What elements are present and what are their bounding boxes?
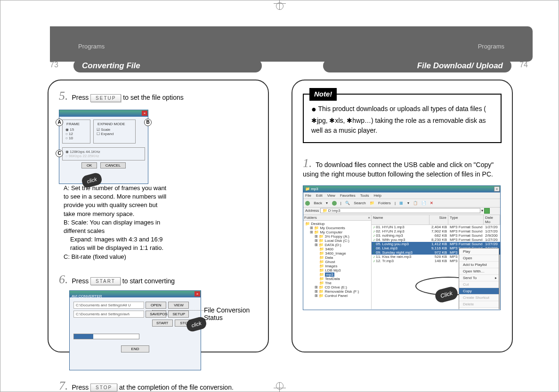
step-5-number: 5. <box>59 89 68 103</box>
left-panel: 5. Press SETUP to set the file options ×… <box>48 80 269 352</box>
step-5-line: 5. Press SETUP to set the file options <box>59 89 258 103</box>
programs-label-left: Programs <box>78 43 105 50</box>
conversion-status-label: File Conversion Status <box>204 306 268 321</box>
tree-node[interactable]: 📁 Images <box>305 264 369 268</box>
crop-circle-top <box>276 2 284 10</box>
step-1-line: 1. To download files connect the USB cab… <box>303 156 502 178</box>
page-number-right: 74 <box>519 61 528 69</box>
context-rename: Rename <box>459 308 499 309</box>
cancel-button[interactable]: CANCEL <box>100 162 126 168</box>
setup-button[interactable]: SETUP <box>168 311 189 318</box>
menu-favorites[interactable]: Favorites <box>340 193 356 198</box>
tree-node[interactable]: ⊞ 📁 CD Drive (E:) <box>305 285 369 289</box>
stop-button-inline[interactable]: STOP <box>90 384 117 392</box>
col-date[interactable]: Date Mo <box>484 215 500 224</box>
title-right: File Download/ Upload <box>323 59 511 72</box>
menu-edit[interactable]: Edit <box>316 193 323 198</box>
step-7-line: 7. Press STOP at the completion of the f… <box>59 379 258 392</box>
tree-node[interactable]: ⊞ 📁 My Documents <box>305 226 369 230</box>
file-row[interactable]: ♪ 04. With you.mp38,230 KBMP3 Format Sou… <box>372 238 500 242</box>
crop-circle-bottom <box>276 382 284 390</box>
context-delete: Delete <box>459 301 499 308</box>
col-size[interactable]: Size <box>429 215 448 224</box>
tree-node[interactable]: ⊞ 📁 3½ Floppy (A:) <box>305 234 369 239</box>
savepos-button[interactable]: SAVEPOS <box>146 311 166 318</box>
step-6-line: 6. Press START to start converting <box>59 272 258 287</box>
note-box: Note! ● This product downloads or upload… <box>303 94 502 143</box>
frame-10-radio[interactable]: ○ 10 <box>65 136 87 140</box>
menu-view[interactable]: View <box>327 193 335 198</box>
source-path-field[interactable]: C:\Documents and Settings\All U <box>73 302 144 309</box>
scale-checkbox[interactable]: ☑ Scale <box>97 128 132 132</box>
view-button[interactable]: VIEW <box>168 302 189 309</box>
avi-converter-dialog: AVI CONVERTER× C:\Documents and Settings… <box>69 290 201 370</box>
context-send-to[interactable]: Send To▸ <box>459 275 499 281</box>
menu-file[interactable]: File <box>305 193 311 198</box>
right-panel: Note! ● This product downloads or upload… <box>292 80 513 352</box>
setup-button-inline[interactable]: SETUP <box>90 94 121 102</box>
forward-icon[interactable] <box>332 201 337 206</box>
delete-icon[interactable]: ✕ <box>430 201 433 205</box>
tree-node[interactable]: 📁 3400_Image <box>305 251 369 256</box>
close-icon[interactable]: × <box>194 291 200 296</box>
col-type[interactable]: Type <box>448 215 484 224</box>
file-row[interactable]: ♪ 03. nothing.mp3682 KBMP3 Format Sound2… <box>372 233 500 238</box>
tree-node[interactable]: ⊞ 📁 Control Panel <box>305 294 369 298</box>
marker-a: A <box>56 119 63 126</box>
tree-node[interactable]: ⊞ 📁 Removable Disk (F:) <box>305 289 369 294</box>
tool-bar: Back ▾ | 🔍 Search 📁 Folders | ▦ ▾ 📋 📄 ✕ <box>303 199 500 208</box>
context-play[interactable]: Play <box>459 248 499 255</box>
progress-bar <box>73 334 139 339</box>
tree-node[interactable]: ⊞ 📁 Local Disk (C:) <box>305 239 369 243</box>
dest-path-field[interactable]: C:\Documents and Settings\/avi\ <box>73 311 144 318</box>
close-icon[interactable]: × <box>142 111 147 116</box>
ok-button[interactable]: OK <box>81 162 97 168</box>
tree-node[interactable]: 📁 mp3 <box>305 272 369 277</box>
close-icon[interactable]: × <box>494 186 500 192</box>
context-open[interactable]: Open <box>459 255 499 262</box>
context-copy[interactable]: Copy <box>459 288 499 295</box>
step-7-number: 7. <box>59 379 68 392</box>
back-icon[interactable] <box>305 201 310 206</box>
tree-node[interactable]: 📁 LDB Mp3 <box>305 268 369 272</box>
tree-node[interactable]: 📁 The <box>305 281 369 285</box>
tree-node[interactable]: 📁 Ghost <box>305 260 369 264</box>
tree-node[interactable]: 📁 Data <box>305 256 369 260</box>
frame-15-radio[interactable]: ◉ 15 <box>65 128 87 132</box>
menu-tools[interactable]: Tools <box>360 193 369 198</box>
context-create-shortcut: Create Shortcut <box>459 295 499 301</box>
menu-help[interactable]: Help <box>373 193 381 198</box>
folder-tree: Folders× 📁 Desktop⊞ 📁 My Documents⊞ 📁 My… <box>303 215 372 309</box>
bitrate-128-radio[interactable]: ◉ 128Kbps 44.1KHz <box>65 150 142 154</box>
address-bar: Address 📁 D:\mp3 ▾ <box>303 208 500 215</box>
col-name[interactable]: Name <box>372 215 429 224</box>
bitrate-96-radio[interactable]: ○ 96Kbps 22.05KHz <box>65 154 142 158</box>
paste-icon[interactable]: 📄 <box>421 201 426 205</box>
context-open-with-[interactable]: Open With… <box>459 268 499 275</box>
open-button[interactable]: OPEN <box>146 302 166 309</box>
file-row[interactable]: ♪ 01. HYUN 1.mp32,404 KBMP3 Format Sound… <box>372 225 500 229</box>
search-icon[interactable]: 🔍 <box>345 201 350 205</box>
close-tree-icon[interactable]: × <box>368 216 370 220</box>
expand-checkbox[interactable]: ☐ Expand <box>97 132 132 136</box>
address-field[interactable]: 📁 D:\mp3 <box>320 208 480 213</box>
context-add-to-playlist[interactable]: Add to Playlist <box>459 262 499 268</box>
folders-icon[interactable]: 📁 <box>370 201 374 205</box>
copy-icon[interactable]: 📋 <box>413 201 418 205</box>
tree-node[interactable]: ⊞ 📁 My Computer <box>305 230 369 234</box>
file-row[interactable]: ♪ 02. HYUN 2.mp37,902 KBMP3 Format Sound… <box>372 229 500 233</box>
title-left: Converting File <box>73 59 262 72</box>
tree-node[interactable]: 📁 TestData <box>305 277 369 281</box>
start-button[interactable]: START <box>152 320 173 327</box>
file-row[interactable]: ♪ 05. Loving you.mp31,412 KBMP3 Format S… <box>372 242 500 246</box>
frame-12-radio[interactable]: ○ 12 <box>65 132 87 136</box>
views-icon[interactable]: ▦ <box>399 201 403 205</box>
go-button[interactable] <box>484 208 490 214</box>
tree-node[interactable]: 📁 Desktop <box>305 222 369 226</box>
start-button-inline[interactable]: START <box>90 277 121 285</box>
tree-node[interactable]: ⊞ 📁 DATA (D:) <box>305 243 369 247</box>
context-cut: Cut <box>459 281 499 288</box>
end-button[interactable]: END <box>121 345 149 352</box>
tree-node[interactable]: 📁 3400 <box>305 247 369 251</box>
menu-bar: FileEditViewFavoritesToolsHelp <box>303 192 500 199</box>
